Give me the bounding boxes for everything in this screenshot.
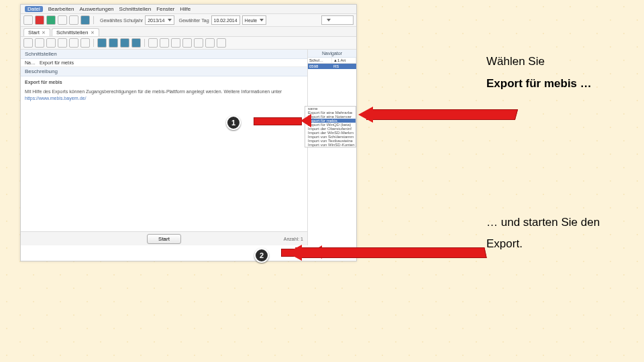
tb-icon[interactable] [35, 38, 44, 48]
names-list-panel: sameExport für eine MehrarbeExport für e… [305, 106, 356, 147]
tb-icon[interactable] [205, 38, 215, 48]
tb-icon[interactable] [23, 38, 33, 48]
close-icon[interactable]: ✕ [91, 30, 95, 36]
heute-select[interactable]: Heute [242, 15, 267, 25]
content-area: Schnittstellen Na… Export für mebis Besc… [21, 50, 356, 245]
tabbar: Start✕ Schnittstellen✕ [21, 27, 356, 37]
tb-icon[interactable] [46, 15, 56, 25]
annotation-line-1: Wählen Sie [486, 55, 545, 68]
tb-icon[interactable] [160, 38, 169, 48]
empty-select[interactable] [321, 15, 354, 25]
tb-icon[interactable] [171, 38, 180, 48]
menu-bearbeiten[interactable]: Bearbeiten [48, 6, 74, 12]
section-header: Schnittstellen [21, 50, 307, 59]
start-button[interactable]: Start [147, 234, 181, 244]
col-value: Export für mebis [40, 60, 74, 65]
menu-hilfe[interactable]: Hilfe [180, 6, 191, 12]
menubar[interactable]: Datei Bearbeiten Auswertungen Schnittste… [21, 5, 356, 14]
list-item[interactable]: Import von WinSD-Konten [305, 143, 356, 147]
nav-blank [308, 69, 356, 245]
chevron-down-icon [327, 19, 331, 21]
desc-header: Beschreibung [21, 67, 307, 76]
list-header-row: Na… Export für mebis [21, 59, 307, 67]
tab-start[interactable]: Start✕ [23, 28, 50, 36]
tb-icon[interactable] [182, 38, 192, 48]
desc-link[interactable]: https://www.mebis.bayern.de/ [25, 96, 86, 101]
tb-nav-next-icon[interactable] [120, 38, 129, 48]
toolbar-2 [21, 37, 356, 50]
tb-icon[interactable] [58, 15, 67, 25]
step-badge-1: 1 [226, 115, 241, 130]
step-badge-2: 2 [254, 248, 269, 263]
description: Export für mebis Mit Hilfe des Exports k… [21, 76, 307, 104]
menu-schnittstellen[interactable]: Schnittstellen [119, 6, 152, 12]
menu-auswertungen[interactable]: Auswertungen [79, 6, 113, 12]
schuljahr-select[interactable]: 2013/14 [145, 15, 174, 25]
menu-datei[interactable]: Datei [25, 6, 43, 12]
menu-fenster[interactable]: Fenster [156, 6, 174, 12]
tb-icon[interactable] [46, 38, 56, 48]
chevron-down-icon [168, 19, 172, 21]
desc-body: Mit Hilfe des Exports können Zugangsbere… [25, 89, 282, 94]
tb-icon[interactable] [58, 38, 67, 48]
toolbar-1: Gewähltes Schuljahr 2013/14 Gewählter Ta… [21, 14, 356, 27]
tb-nav-first-icon[interactable] [97, 38, 107, 48]
left-panel: Schnittstellen Na… Export für mebis Besc… [21, 50, 308, 245]
close-icon[interactable]: ✕ [42, 30, 46, 36]
schuljahr-label: Gewähltes Schuljahr [100, 18, 143, 23]
tb-icon[interactable] [23, 15, 33, 25]
count-label: Anzahl: 1 [284, 237, 303, 241]
nav-col-2[interactable]: ▲1 Art [332, 58, 356, 63]
separator [144, 39, 145, 47]
annotation-line-3: … und starten Sie den [486, 216, 600, 229]
tb-nav-prev-icon[interactable] [109, 38, 118, 48]
tag-input[interactable]: 10.02.2014 [211, 15, 240, 25]
tb-icon[interactable] [148, 38, 158, 48]
desc-title: Export für mebis [25, 79, 303, 86]
nav-columns: Schul… ▲1 Art [308, 58, 356, 64]
nav-row-selected[interactable]: 0598 RS [308, 64, 356, 69]
nav-col-1[interactable]: Schul… [308, 58, 332, 63]
chevron-down-icon [260, 19, 264, 21]
annotation-line-2: Export für mebis … [486, 77, 592, 90]
annotation-line-4: Export. [486, 237, 523, 251]
col-na: Na… [25, 60, 36, 65]
separator [93, 16, 94, 24]
start-row: Start Anzahl: 1 [21, 231, 307, 245]
navigator-header: Navigator [308, 50, 356, 58]
tb-icon[interactable] [69, 38, 78, 48]
tb-icon[interactable] [217, 38, 226, 48]
tb-icon[interactable] [80, 38, 90, 48]
tab-schnittstellen[interactable]: Schnittstellen✕ [52, 28, 99, 36]
tb-nav-last-icon[interactable] [131, 38, 141, 48]
tb-icon[interactable] [35, 15, 44, 25]
navigator-panel: Navigator Schul… ▲1 Art 0598 RS [308, 50, 356, 245]
separator [93, 39, 94, 47]
tb-icon[interactable] [69, 15, 78, 25]
tb-icon[interactable] [194, 38, 203, 48]
tag-label: Gewählter Tag [179, 18, 209, 23]
tb-icon[interactable] [80, 15, 90, 25]
